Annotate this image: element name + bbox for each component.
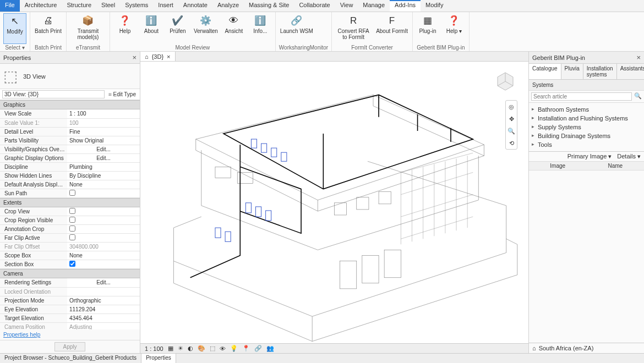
tab-massing[interactable]: Massing & Site [244, 0, 294, 12]
ribbon-modify[interactable]: ↖Modify [3, 13, 26, 44]
prop-key: Target Elevation [0, 314, 67, 322]
prop-value[interactable]: 1 : 100 [67, 109, 140, 118]
ribbon-ansicht[interactable]: 👁Ansicht [222, 13, 245, 44]
ribbon-label: Launch WSM [280, 28, 313, 34]
search-input[interactable] [531, 92, 632, 101]
prop-value[interactable]: Fine [67, 127, 140, 136]
prop-value[interactable]: Show Original [67, 136, 140, 145]
prop-value[interactable]: 11129.204 [67, 305, 140, 314]
ribbon-label: Convert RFA to FormIt [336, 28, 370, 40]
search-icon[interactable]: 🔍 [634, 92, 642, 101]
tab-collaborate[interactable]: Collaborate [294, 0, 335, 12]
edit-type-button[interactable]: ⌗ Edit Type [107, 91, 138, 98]
ribbon-label: Modify [7, 29, 23, 35]
prop-value[interactable] [67, 225, 140, 234]
tree-tools[interactable]: Tools [530, 140, 643, 149]
prop-value[interactable] [67, 260, 140, 269]
prop-key: Annotation Crop [0, 225, 67, 234]
svg-rect-3 [357, 197, 369, 210]
prop-value[interactable] [67, 234, 140, 243]
ribbon-help-[interactable]: ❓Help ▾ [443, 13, 466, 44]
prop-value[interactable] [67, 287, 140, 296]
prop-section[interactable]: Extents [0, 198, 140, 207]
ribbon-batch-print[interactable]: 🖨Batch Print [34, 13, 63, 44]
ribbon-verwalten[interactable]: ⚙️Verwalten [193, 13, 219, 44]
geberit-panel: Geberit BIM Plug-in × Catalogue Pluvia I… [528, 52, 644, 353]
svg-rect-2 [334, 203, 346, 215]
prop-section[interactable]: Camera [0, 269, 140, 278]
steering-wheel-icon[interactable]: ◎ [509, 103, 514, 111]
zoom-icon[interactable]: 🔍 [507, 128, 515, 135]
pan-icon[interactable]: ✥ [509, 116, 514, 123]
prop-value[interactable] [67, 207, 140, 216]
tab-pluvia[interactable]: Pluvia [561, 64, 583, 79]
prop-value[interactable]: Edit... [67, 145, 140, 153]
tab-file[interactable]: File [0, 0, 20, 12]
tab-addins[interactable]: Add-Ins [390, 0, 421, 12]
prop-value[interactable] [67, 216, 140, 225]
tree-installation[interactable]: Installation and Flushing Systems [530, 114, 643, 123]
prop-key: Rendering Settings [0, 278, 67, 287]
ribbon-info-[interactable]: ℹ️Info... [249, 13, 272, 44]
nav-bar[interactable]: ◎ ✥ 🔍 ⟲ [505, 100, 517, 150]
prop-section[interactable]: Graphics [0, 100, 140, 109]
view-tab-3d[interactable]: ⌂ {3D} × [140, 52, 176, 61]
tree-drainage[interactable]: Building Drainage Systems [530, 131, 643, 140]
tab-manage[interactable]: Manage [358, 0, 390, 12]
orbit-icon[interactable]: ⟲ [509, 140, 514, 147]
prop-key: Section Box [0, 260, 67, 269]
prop-value[interactable]: Adjusting [67, 322, 140, 329]
tab-installation[interactable]: Installation systems [583, 64, 617, 79]
tree-bathroom[interactable]: Bathroom Systems [530, 105, 643, 114]
tab-view[interactable]: View [335, 0, 358, 12]
prop-value[interactable]: By Discipline [67, 171, 140, 180]
tab-steel[interactable]: Steel [96, 0, 120, 12]
prop-value[interactable]: Orthographic [67, 296, 140, 305]
ribbon-transmit-model-s-[interactable]: 📦Transmit model(s) [70, 13, 106, 44]
prop-value[interactable]: 4345.464 [67, 314, 140, 322]
tab-analyze[interactable]: Analyze [212, 0, 244, 12]
ribbon-group-label: Model Review [113, 44, 272, 51]
ribbon-pr-fen[interactable]: ✔️Prüfen [166, 13, 189, 44]
ribbon-help[interactable]: ❓Help [113, 13, 137, 44]
tab-structure[interactable]: Structure [62, 0, 96, 12]
apply-button[interactable]: Apply [54, 342, 85, 351]
prop-key: Far Clip Active [0, 234, 67, 243]
svg-rect-16 [225, 232, 231, 241]
tab-properties-bottom[interactable]: Properties [141, 354, 176, 363]
view-name-input[interactable] [2, 90, 105, 98]
prop-value[interactable]: Edit... [67, 278, 140, 287]
tab-catalogue[interactable]: Catalogue [529, 64, 561, 79]
ribbon-about[interactable]: ℹ️About [140, 13, 163, 44]
tab-modify[interactable]: Modify [421, 0, 448, 12]
properties-help-link[interactable]: Properties help [0, 329, 140, 340]
ribbon-label: About FormIt [376, 28, 408, 34]
close-icon[interactable]: × [167, 53, 170, 60]
ribbon-launch-wsm[interactable]: 🔗Launch WSM [279, 13, 314, 44]
ribbon-about-formit[interactable]: FAbout FormIt [375, 13, 409, 44]
prop-value[interactable]: 100 [67, 118, 140, 127]
tab-architecture[interactable]: Architecture [20, 0, 62, 12]
prop-value[interactable]: Edit... [67, 153, 140, 162]
prop-value[interactable]: Plumbing [67, 162, 140, 171]
prop-value[interactable]: None [67, 251, 140, 260]
region-selector[interactable]: ⌂ South Africa (en-ZA) [529, 343, 644, 353]
3d-canvas[interactable]: ◎ ✥ 🔍 ⟲ [140, 62, 528, 343]
close-icon[interactable]: × [132, 53, 137, 62]
tab-insert[interactable]: Insert [153, 0, 178, 12]
tab-assistants[interactable]: Assistants [617, 64, 644, 79]
ribbon-convert-rfa-to-formit[interactable]: RConvert RFA to FormIt [335, 13, 372, 44]
tab-project-browser[interactable]: Project Browser - Schueco_Building_Geber… [0, 354, 141, 363]
details-dropdown[interactable]: Details ▾ [617, 153, 641, 160]
prop-value[interactable] [67, 189, 140, 197]
tab-annotate[interactable]: Annotate [178, 0, 212, 12]
tree-supply[interactable]: Supply Systems [530, 123, 643, 131]
primary-image-dropdown[interactable]: Primary Image ▾ [567, 153, 612, 160]
prop-value[interactable]: 304800.000 [67, 243, 140, 251]
prop-value[interactable]: None [67, 180, 140, 189]
col-image: Image [529, 162, 587, 170]
ribbon-plug-in[interactable]: ▦Plug-in [416, 13, 439, 44]
close-icon[interactable]: × [636, 53, 641, 62]
tab-systems[interactable]: Systems [120, 0, 153, 12]
view-cube[interactable] [492, 67, 519, 94]
